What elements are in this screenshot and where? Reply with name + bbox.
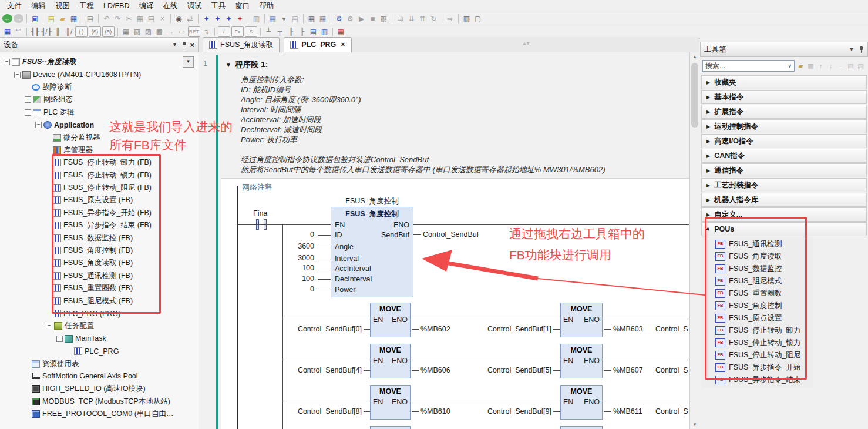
- parallel-contact-icon[interactable]: ╫: [53, 27, 63, 36]
- toolbox-pou-item[interactable]: FBFSUS_停止转动_阻尼: [701, 349, 813, 361]
- editor-canvas[interactable]: 1 ▼ 程序段 1: 角度控制传入参数:ID: 舵机ID编号Angle: 目标角…: [199, 52, 699, 429]
- toolbox-pou-item[interactable]: FBFSUS_通讯检测: [701, 238, 813, 250]
- wire-branch-icon[interactable]: ┣: [297, 27, 307, 36]
- toolbox-category[interactable]: ▶CAN指令: [701, 149, 867, 163]
- toolbox-pou-item[interactable]: FBFSUS_角度控制: [701, 300, 813, 312]
- panel-menu-icon[interactable]: ▼: [847, 46, 856, 52]
- tree-item[interactable]: FSUS_停止转动_锁力 (FB): [0, 169, 199, 182]
- fb-output-variable[interactable]: Control_SendBuf: [423, 230, 479, 239]
- folder-icon[interactable]: ▰: [796, 61, 806, 71]
- menu-help[interactable]: 帮助: [254, 0, 278, 12]
- menu-tools[interactable]: 工具: [206, 0, 230, 12]
- fb-input-value[interactable]: 3600: [267, 242, 314, 250]
- menu-ldfbd[interactable]: LD/FBD: [99, 1, 134, 11]
- network-icon[interactable]: ▦: [2, 27, 12, 36]
- tree-item[interactable]: FSUS_停止转动_卸力 (FB): [0, 156, 199, 169]
- save-icon[interactable]: ▦: [69, 14, 79, 24]
- move-output[interactable]: %MB610: [420, 407, 450, 415]
- delete-icon[interactable]: ×: [157, 14, 167, 24]
- clean-icon[interactable]: ✦: [235, 14, 245, 24]
- remove-icon[interactable]: −: [836, 61, 846, 71]
- project-combo-button[interactable]: ▼: [183, 56, 194, 68]
- tree-item[interactable]: FSUS_角度读取 (FB): [0, 257, 199, 269]
- set-coil-icon[interactable]: (S): [89, 26, 101, 37]
- paste-b-icon[interactable]: ▤: [856, 61, 866, 71]
- tree-item[interactable]: FSUS_原点设置 (FB): [0, 194, 199, 206]
- insert-fb-en-icon[interactable]: ▧: [132, 27, 142, 36]
- toolbox-pou-item[interactable]: FBFSUS_异步指令_开始: [701, 361, 813, 374]
- splitter-handle-icon[interactable]: ▵▿: [523, 41, 530, 46]
- move-input[interactable]: Control_S: [655, 407, 688, 415]
- menu-window[interactable]: 窗口: [230, 0, 254, 12]
- move-block[interactable]: MOVEENENO: [560, 426, 603, 429]
- redo-icon[interactable]: ↷: [113, 14, 123, 24]
- toolbox-category[interactable]: ▶机器人指令库: [701, 193, 867, 207]
- move-input[interactable]: Control_SendBuf[5]: [457, 366, 551, 374]
- fold-icon[interactable]: ▼: [226, 62, 231, 68]
- toolbox-category[interactable]: ▶收藏夹: [701, 75, 867, 89]
- move-input[interactable]: Control_S: [655, 366, 688, 374]
- move-up-icon[interactable]: ↑: [816, 61, 826, 71]
- tree-item[interactable]: −PLC 逻辑: [0, 106, 199, 119]
- fb-input-value[interactable]: 100: [267, 274, 314, 283]
- arrange-a-icon[interactable]: ▤: [308, 27, 318, 36]
- tree-item[interactable]: +网络组态: [0, 93, 199, 106]
- move-output[interactable]: %MB611: [613, 407, 642, 415]
- expander-icon[interactable]: −: [46, 323, 52, 329]
- move-input[interactable]: Control_S: [655, 325, 688, 333]
- insert-fb-io-icon[interactable]: ▩: [154, 27, 164, 36]
- tree-item[interactable]: 微分监视器: [0, 131, 199, 143]
- tree-item[interactable]: FSUS_数据监控 (FB): [0, 232, 199, 244]
- expander-icon[interactable]: −: [4, 59, 10, 65]
- insert-fb-params-icon[interactable]: ▨: [143, 27, 153, 36]
- tree-item[interactable]: FSUS_通讯检测 (FB): [0, 270, 199, 282]
- move-output[interactable]: %MB606: [420, 366, 450, 374]
- tree-item[interactable]: −FSUS--角度读取▼: [0, 56, 199, 68]
- tree-item[interactable]: FSUS_异步指令_开始 (FB): [0, 207, 199, 219]
- return-icon[interactable]: RET: [188, 26, 200, 37]
- insert-box-icon[interactable]: ▭: [177, 27, 187, 36]
- chevron-down-icon[interactable]: ∨: [788, 63, 792, 69]
- branch-icon[interactable]: ┷: [264, 27, 274, 36]
- run-cycle-icon[interactable]: ↻: [429, 14, 439, 24]
- coil-icon[interactable]: ( ): [75, 26, 88, 37]
- fb-input-value[interactable]: 0: [267, 285, 314, 293]
- toolbox-pou-item[interactable]: FBFSUS_停止转动_卸力: [701, 324, 813, 337]
- toolbox-pou-item[interactable]: FBFSUS_数据监控: [701, 263, 813, 275]
- negated-contact-icon[interactable]: ┨/┠: [41, 27, 52, 36]
- toolbox-pou-item[interactable]: FBFSUS_停止转动_锁力: [701, 337, 813, 349]
- paste-icon[interactable]: ▤: [146, 14, 156, 24]
- compile-file-icon[interactable]: ✦: [213, 14, 223, 24]
- simulation-icon[interactable]: ▥: [462, 14, 472, 24]
- new-project-icon[interactable]: ▤: [46, 14, 56, 24]
- find-icon[interactable]: ◉: [174, 14, 184, 24]
- force-values-icon[interactable]: ⇨: [445, 14, 455, 24]
- expander-icon[interactable]: −: [56, 336, 63, 342]
- reset-coil-icon[interactable]: (R): [102, 26, 115, 37]
- undo-icon[interactable]: ↶: [102, 14, 112, 24]
- move-input[interactable]: Control_SendBuf[1]: [457, 325, 551, 333]
- tree-item[interactable]: FSUS_阻尼模式 (FB): [0, 294, 199, 307]
- open-project-icon[interactable]: ▰: [58, 14, 68, 24]
- arrange-b-icon[interactable]: ▥: [319, 27, 329, 36]
- expander-icon[interactable]: −: [35, 122, 42, 128]
- menu-build[interactable]: 编译: [134, 0, 158, 12]
- branch-below-icon[interactable]: ┠: [286, 27, 296, 36]
- move-input[interactable]: Control_SendBuf[0]: [270, 325, 362, 333]
- tree-item[interactable]: FREE_PROTOCOL_COM0 (串口自由…: [0, 408, 199, 420]
- tab-plc-prg[interactable]: PLC_PRG×: [284, 37, 351, 52]
- move-output[interactable]: %MB602: [420, 325, 450, 333]
- panel-menu-icon[interactable]: ▼: [170, 42, 179, 48]
- copy-icon[interactable]: ▦: [135, 14, 145, 24]
- move-block[interactable]: MOVEENENO: [560, 303, 603, 337]
- move-output[interactable]: %MB607: [613, 366, 643, 374]
- rebuild-icon[interactable]: ✦: [224, 14, 234, 24]
- cut-icon[interactable]: ✂: [124, 14, 134, 24]
- move-block[interactable]: MOVEENENO: [370, 303, 411, 337]
- contact-variable[interactable]: Fina: [253, 209, 267, 217]
- step-out-icon[interactable]: ⇈: [418, 14, 428, 24]
- scrollbar-thumb[interactable]: [691, 63, 698, 128]
- toolbox-pou-item[interactable]: FBFSUS_角度读取: [701, 250, 813, 263]
- insert-fb-icon[interactable]: ▦: [121, 27, 131, 36]
- menu-view[interactable]: 视图: [51, 0, 75, 12]
